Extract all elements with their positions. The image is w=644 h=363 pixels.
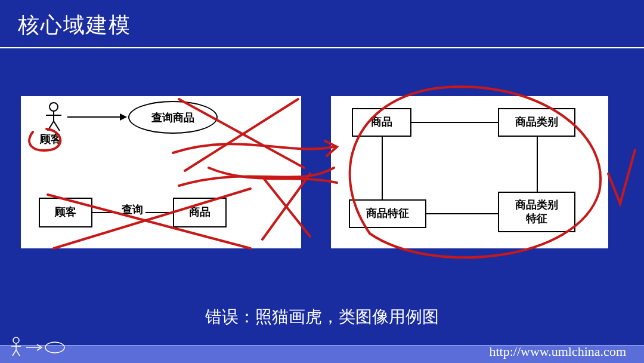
right-box2-label: 商品类别 xyxy=(515,115,558,129)
svg-point-11 xyxy=(45,342,64,353)
left-class2-box: 商品 xyxy=(173,198,227,227)
svg-line-4 xyxy=(54,121,60,131)
actor-icon xyxy=(45,102,63,134)
content-area: 顾客 查询商品 顾客 商品 查询 商品 商品类别 商品特征 商品类别 特征 xyxy=(0,48,644,317)
left-class1-label: 顾客 xyxy=(55,205,76,219)
svg-line-3 xyxy=(48,121,54,131)
right-box3: 商品特征 xyxy=(349,199,426,228)
svg-line-8 xyxy=(13,350,16,356)
footer-logo-icon xyxy=(7,336,67,362)
left-diagram-panel: 顾客 查询商品 顾客 商品 查询 xyxy=(21,96,301,248)
right-diagram-panel: 商品 商品类别 商品特征 商品类别 特征 xyxy=(331,96,608,248)
slide-title: 核心域建模 xyxy=(0,0,644,48)
right-box4-label: 商品类别 特征 xyxy=(515,198,558,226)
caption-text: 错误：照猫画虎，类图像用例图 xyxy=(0,306,644,328)
usecase-ellipse: 查询商品 xyxy=(128,101,218,134)
right-box4: 商品类别 特征 xyxy=(498,192,575,232)
right-box1: 商品 xyxy=(352,108,411,137)
connector-bottom xyxy=(426,213,498,214)
svg-line-9 xyxy=(16,350,20,356)
footer-url: http://www.umlchina.com xyxy=(489,344,626,359)
svg-point-5 xyxy=(13,337,19,343)
connector-left xyxy=(382,137,383,199)
left-class2-label: 商品 xyxy=(189,205,210,219)
association-label: 查询 xyxy=(119,202,145,217)
svg-point-0 xyxy=(49,103,58,111)
usecase-label: 查询商品 xyxy=(151,110,194,125)
right-box1-label: 商品 xyxy=(371,115,392,129)
right-box2: 商品类别 xyxy=(498,108,575,137)
connector-top xyxy=(411,122,498,123)
actor-usecase-arrow xyxy=(67,116,121,118)
left-class1-box: 顾客 xyxy=(39,198,92,227)
actor-label: 顾客 xyxy=(40,132,61,146)
right-box3-label: 商品特征 xyxy=(366,207,409,220)
arrow-head-icon xyxy=(120,113,127,121)
connector-right xyxy=(537,137,538,192)
